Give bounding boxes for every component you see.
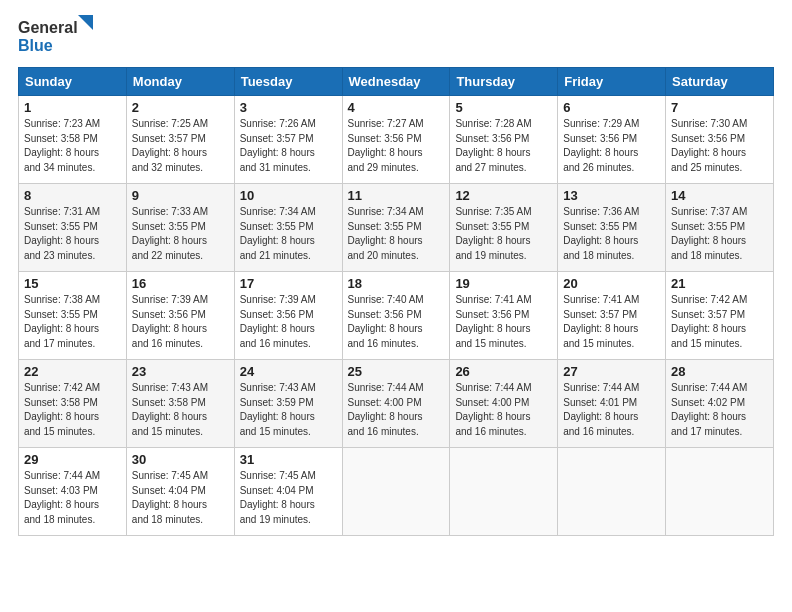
day-number: 2 xyxy=(132,100,229,115)
day-cell-13: 13Sunrise: 7:36 AMSunset: 3:55 PMDayligh… xyxy=(558,184,666,272)
col-header-sunday: Sunday xyxy=(19,68,127,96)
sunrise-text: Sunrise: 7:44 AM xyxy=(24,470,100,481)
sunrise-text: Sunrise: 7:41 AM xyxy=(455,294,531,305)
col-header-wednesday: Wednesday xyxy=(342,68,450,96)
day-number: 7 xyxy=(671,100,768,115)
day-cell-1: 1Sunrise: 7:23 AMSunset: 3:58 PMDaylight… xyxy=(19,96,127,184)
day-info: Sunrise: 7:45 AMSunset: 4:04 PMDaylight:… xyxy=(240,469,337,527)
empty-cell xyxy=(342,448,450,536)
day-number: 26 xyxy=(455,364,552,379)
sunrise-text: Sunrise: 7:45 AM xyxy=(240,470,316,481)
sunrise-text: Sunrise: 7:34 AM xyxy=(240,206,316,217)
daylight-label: Daylight: 8 hours xyxy=(671,147,746,158)
day-number: 9 xyxy=(132,188,229,203)
day-number: 23 xyxy=(132,364,229,379)
sunset-text: Sunset: 3:56 PM xyxy=(563,133,637,144)
day-info: Sunrise: 7:26 AMSunset: 3:57 PMDaylight:… xyxy=(240,117,337,175)
day-number: 6 xyxy=(563,100,660,115)
sunrise-text: Sunrise: 7:34 AM xyxy=(348,206,424,217)
daylight-label: Daylight: 8 hours xyxy=(671,411,746,422)
day-cell-25: 25Sunrise: 7:44 AMSunset: 4:00 PMDayligh… xyxy=(342,360,450,448)
day-info: Sunrise: 7:44 AMSunset: 4:03 PMDaylight:… xyxy=(24,469,121,527)
daylight-value: and 17 minutes. xyxy=(671,426,742,437)
sunset-text: Sunset: 3:56 PM xyxy=(348,133,422,144)
sunset-text: Sunset: 4:03 PM xyxy=(24,485,98,496)
daylight-value: and 16 minutes. xyxy=(348,338,419,349)
sunrise-text: Sunrise: 7:44 AM xyxy=(671,382,747,393)
sunrise-text: Sunrise: 7:45 AM xyxy=(132,470,208,481)
sunrise-text: Sunrise: 7:36 AM xyxy=(563,206,639,217)
sunset-text: Sunset: 3:56 PM xyxy=(455,133,529,144)
day-info: Sunrise: 7:34 AMSunset: 3:55 PMDaylight:… xyxy=(240,205,337,263)
day-cell-6: 6Sunrise: 7:29 AMSunset: 3:56 PMDaylight… xyxy=(558,96,666,184)
daylight-label: Daylight: 8 hours xyxy=(671,235,746,246)
day-cell-31: 31Sunrise: 7:45 AMSunset: 4:04 PMDayligh… xyxy=(234,448,342,536)
day-cell-30: 30Sunrise: 7:45 AMSunset: 4:04 PMDayligh… xyxy=(126,448,234,536)
day-info: Sunrise: 7:42 AMSunset: 3:58 PMDaylight:… xyxy=(24,381,121,439)
sunset-text: Sunset: 4:01 PM xyxy=(563,397,637,408)
empty-cell xyxy=(558,448,666,536)
daylight-value: and 15 minutes. xyxy=(24,426,95,437)
header-row: SundayMondayTuesdayWednesdayThursdayFrid… xyxy=(19,68,774,96)
sunset-text: Sunset: 3:55 PM xyxy=(240,221,314,232)
sunset-text: Sunset: 3:56 PM xyxy=(132,309,206,320)
day-cell-21: 21Sunrise: 7:42 AMSunset: 3:57 PMDayligh… xyxy=(666,272,774,360)
daylight-label: Daylight: 8 hours xyxy=(24,499,99,510)
sunrise-text: Sunrise: 7:26 AM xyxy=(240,118,316,129)
day-info: Sunrise: 7:41 AMSunset: 3:57 PMDaylight:… xyxy=(563,293,660,351)
col-header-thursday: Thursday xyxy=(450,68,558,96)
daylight-value: and 15 minutes. xyxy=(563,338,634,349)
daylight-label: Daylight: 8 hours xyxy=(132,235,207,246)
col-header-monday: Monday xyxy=(126,68,234,96)
sunrise-text: Sunrise: 7:30 AM xyxy=(671,118,747,129)
daylight-value: and 26 minutes. xyxy=(563,162,634,173)
daylight-value: and 15 minutes. xyxy=(132,426,203,437)
day-cell-16: 16Sunrise: 7:39 AMSunset: 3:56 PMDayligh… xyxy=(126,272,234,360)
logo-svg: GeneralBlue xyxy=(18,15,96,57)
day-info: Sunrise: 7:43 AMSunset: 3:58 PMDaylight:… xyxy=(132,381,229,439)
day-number: 22 xyxy=(24,364,121,379)
daylight-label: Daylight: 8 hours xyxy=(348,235,423,246)
day-info: Sunrise: 7:39 AMSunset: 3:56 PMDaylight:… xyxy=(132,293,229,351)
daylight-label: Daylight: 8 hours xyxy=(563,235,638,246)
day-cell-26: 26Sunrise: 7:44 AMSunset: 4:00 PMDayligh… xyxy=(450,360,558,448)
day-info: Sunrise: 7:38 AMSunset: 3:55 PMDaylight:… xyxy=(24,293,121,351)
day-number: 14 xyxy=(671,188,768,203)
week-row-1: 8Sunrise: 7:31 AMSunset: 3:55 PMDaylight… xyxy=(19,184,774,272)
day-number: 27 xyxy=(563,364,660,379)
daylight-label: Daylight: 8 hours xyxy=(132,323,207,334)
day-cell-2: 2Sunrise: 7:25 AMSunset: 3:57 PMDaylight… xyxy=(126,96,234,184)
sunset-text: Sunset: 3:56 PM xyxy=(671,133,745,144)
day-number: 16 xyxy=(132,276,229,291)
day-number: 21 xyxy=(671,276,768,291)
week-row-0: 1Sunrise: 7:23 AMSunset: 3:58 PMDaylight… xyxy=(19,96,774,184)
day-number: 31 xyxy=(240,452,337,467)
svg-text:General: General xyxy=(18,19,78,36)
day-info: Sunrise: 7:44 AMSunset: 4:02 PMDaylight:… xyxy=(671,381,768,439)
sunset-text: Sunset: 3:57 PM xyxy=(240,133,314,144)
sunrise-text: Sunrise: 7:43 AM xyxy=(240,382,316,393)
day-number: 24 xyxy=(240,364,337,379)
sunset-text: Sunset: 3:55 PM xyxy=(132,221,206,232)
col-header-saturday: Saturday xyxy=(666,68,774,96)
daylight-label: Daylight: 8 hours xyxy=(240,147,315,158)
logo: GeneralBlue xyxy=(18,15,96,57)
sunrise-text: Sunrise: 7:40 AM xyxy=(348,294,424,305)
day-info: Sunrise: 7:28 AMSunset: 3:56 PMDaylight:… xyxy=(455,117,552,175)
day-cell-24: 24Sunrise: 7:43 AMSunset: 3:59 PMDayligh… xyxy=(234,360,342,448)
daylight-label: Daylight: 8 hours xyxy=(24,235,99,246)
day-info: Sunrise: 7:42 AMSunset: 3:57 PMDaylight:… xyxy=(671,293,768,351)
sunset-text: Sunset: 3:55 PM xyxy=(563,221,637,232)
daylight-label: Daylight: 8 hours xyxy=(240,499,315,510)
sunset-text: Sunset: 3:57 PM xyxy=(563,309,637,320)
day-info: Sunrise: 7:44 AMSunset: 4:01 PMDaylight:… xyxy=(563,381,660,439)
sunrise-text: Sunrise: 7:39 AM xyxy=(132,294,208,305)
day-cell-12: 12Sunrise: 7:35 AMSunset: 3:55 PMDayligh… xyxy=(450,184,558,272)
page: GeneralBlue SundayMondayTuesdayWednesday… xyxy=(0,0,792,612)
empty-cell xyxy=(666,448,774,536)
daylight-label: Daylight: 8 hours xyxy=(240,235,315,246)
day-number: 11 xyxy=(348,188,445,203)
sunrise-text: Sunrise: 7:25 AM xyxy=(132,118,208,129)
daylight-value: and 29 minutes. xyxy=(348,162,419,173)
daylight-value: and 23 minutes. xyxy=(24,250,95,261)
